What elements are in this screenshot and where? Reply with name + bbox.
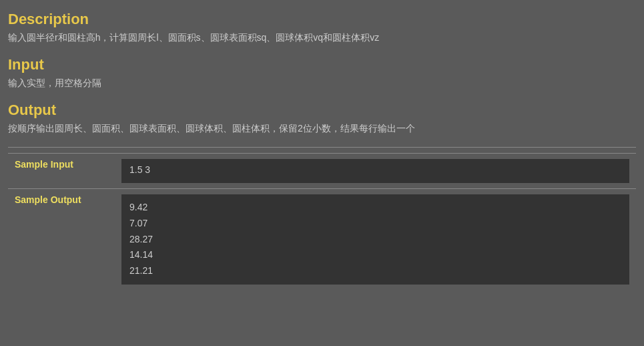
output-section: Output 按顺序输出圆周长、圆面积、圆球表面积、圆球体积、圆柱体积，保留2位… [8, 102, 636, 135]
output-line: 9.42 [129, 200, 621, 216]
sample-input-value: 1.5 3 [121, 159, 629, 183]
sample-output-label: Sample Output [8, 189, 115, 290]
sample-input-label: Sample Input [8, 154, 115, 189]
description-title: Description [8, 11, 636, 28]
description-text: 输入圆半径r和圆柱高h，计算圆周长l、圆面积s、圆球表面积sq、圆球体积vq和圆… [8, 32, 636, 44]
sample-table: Sample Input 1.5 3 Sample Output 9.427.0… [8, 153, 636, 290]
output-text: 按顺序输出圆周长、圆面积、圆球表面积、圆球体积、圆柱体积，保留2位小数，结果每行… [8, 123, 636, 135]
sample-input-cell: 1.5 3 [115, 154, 636, 189]
description-section: Description 输入圆半径r和圆柱高h，计算圆周长l、圆面积s、圆球表面… [8, 11, 636, 44]
output-title: Output [8, 102, 636, 119]
sample-output-value: 9.427.0728.2714.1421.21 [121, 194, 629, 285]
output-line: 28.27 [129, 232, 621, 248]
input-text: 输入实型，用空格分隔 [8, 77, 636, 90]
divider [8, 147, 636, 148]
sample-output-row: Sample Output 9.427.0728.2714.1421.21 [8, 189, 636, 290]
output-line: 21.21 [129, 263, 621, 279]
output-line: 7.07 [129, 216, 621, 232]
sample-output-cell: 9.427.0728.2714.1421.21 [115, 189, 636, 290]
output-line: 14.14 [129, 247, 621, 263]
sample-input-row: Sample Input 1.5 3 [8, 154, 636, 189]
input-title: Input [8, 56, 636, 73]
input-section: Input 输入实型，用空格分隔 [8, 56, 636, 90]
main-content: Description 输入圆半径r和圆柱高h，计算圆周长l、圆面积s、圆球表面… [0, 0, 644, 301]
